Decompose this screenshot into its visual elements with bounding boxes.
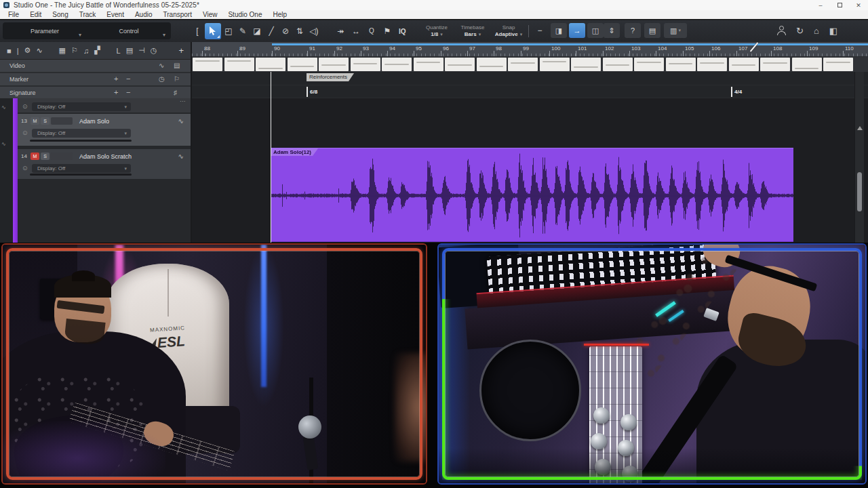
menu-transport[interactable]: Transport [158, 11, 197, 18]
marker-reinforcements[interactable]: Reinforcements [307, 73, 354, 81]
automation-slider[interactable] [30, 140, 132, 142]
quantize-button[interactable]: Q [365, 23, 378, 39]
display-dropdown[interactable]: Display: Off ▾ [32, 164, 131, 173]
video-window-button[interactable]: ▤ [644, 23, 660, 38]
notes-icon[interactable]: ♫ [83, 47, 89, 55]
seek-icon-button[interactable]: ↠ [334, 23, 347, 39]
power-icon[interactable]: ⊙ [22, 103, 28, 110]
tool-settings-icon[interactable]: ⚙ [24, 46, 31, 55]
automation-wave-icon[interactable]: ∿ [1, 104, 6, 110]
menu-help[interactable]: Help [267, 11, 292, 18]
track-row-adam-solo-scratch[interactable]: 14 M S Adam Solo Scratch ∿ ⊙ Display: Of… [18, 149, 191, 179]
bend-marker-button[interactable]: ⚑ [380, 23, 394, 39]
paint-tool-button[interactable]: ✎ [236, 23, 250, 39]
record-slot[interactable] [51, 117, 73, 125]
signature-6-8[interactable]: 6/8 [307, 87, 317, 97]
automation-icon[interactable]: ∿ [36, 46, 42, 55]
vertical-expand-button[interactable]: ⇕ [604, 23, 620, 38]
solo-button[interactable]: S [41, 152, 50, 160]
scroll-up-arrow-icon[interactable] [857, 126, 863, 130]
tempo-icon[interactable]: ◷ [151, 46, 157, 55]
menu-audio[interactable]: Audio [130, 11, 158, 18]
control-dropdown[interactable]: Control ▾ [87, 22, 171, 39]
clock-icon: ◷ [159, 75, 165, 83]
automation-wave-icon[interactable]: ∿ [1, 141, 6, 147]
display-dropdown[interactable]: Display: Off ▾ [32, 102, 131, 111]
record-slot[interactable] [51, 152, 73, 160]
solo-button[interactable]: S [41, 117, 50, 125]
add-marker-button[interactable]: + [114, 75, 118, 83]
bend-tool-button[interactable]: ⇅ [293, 23, 307, 39]
track-layers-button[interactable]: ◨ [551, 23, 567, 38]
minimize-button[interactable]: – [811, 0, 830, 10]
video-lane-header[interactable]: Video ∿ ▤ [0, 60, 191, 73]
bar-number: 90 [274, 45, 280, 52]
close-button[interactable]: ✕ [849, 0, 868, 10]
menu-file[interactable]: File [3, 11, 24, 18]
quantize-selector[interactable]: Quantize 1/8▾ [419, 22, 454, 40]
video-track-icon[interactable]: ▤ [126, 46, 133, 55]
marker-lane[interactable]: Reinforcements [192, 72, 868, 85]
menu-studio-one[interactable]: Studio One [222, 11, 267, 18]
menu-event[interactable]: Event [101, 11, 130, 18]
add-track-button[interactable]: + [178, 45, 184, 56]
mute-button[interactable]: M [31, 152, 39, 160]
mixer-button[interactable]: ▥ ▾ [664, 23, 687, 38]
remove-signature-button[interactable]: − [126, 88, 130, 96]
eraser-tool-button[interactable]: ◪ [250, 23, 264, 39]
signature-lane[interactable]: 6/8 4/4 [192, 85, 868, 98]
io-panel-icon[interactable]: ◧ [829, 26, 837, 36]
split-tool-button[interactable]: ╱ [264, 23, 278, 39]
timebase-selector[interactable]: Timebase Bars▾ [456, 22, 490, 40]
arrow-tool-button[interactable] [205, 23, 221, 39]
remove-marker-button[interactable]: − [126, 75, 130, 83]
power-icon[interactable]: ⊙ [22, 165, 28, 171]
mute-button[interactable]: M [31, 117, 39, 125]
playhead[interactable] [271, 72, 271, 243]
cable-icon[interactable]: ⊣ [138, 46, 145, 55]
timestretch-button[interactable]: ↔ [349, 23, 363, 39]
vertical-scrollbar[interactable] [854, 72, 864, 243]
sync-icon[interactable]: ↻ [796, 26, 804, 36]
signature-4-4[interactable]: 4/4 [731, 87, 742, 97]
add-signature-button[interactable]: + [114, 88, 118, 96]
track-row-partial[interactable]: ⋯ ⊙ Display: Off ▾ [18, 98, 191, 113]
ibeam-icon[interactable]: | [17, 47, 19, 55]
tuner-knob [593, 407, 610, 424]
autoscroll-button[interactable]: → [569, 23, 585, 38]
track-row-adam-solo[interactable]: 13 M S Adam Solo ∿ ⊙ Display: Off ▾ [18, 114, 191, 146]
bar-number: 101 [578, 45, 587, 52]
user-account-icon[interactable] [777, 26, 786, 35]
window-controls: – ✕ [811, 0, 868, 10]
toolbar-separator [528, 25, 529, 37]
marker-flag-icon[interactable]: ⚐ [71, 46, 78, 55]
menu-track[interactable]: Track [74, 11, 102, 18]
home-icon[interactable]: ⌂ [814, 26, 819, 36]
layer-icon[interactable]: L [117, 47, 121, 55]
snap-dash-button[interactable]: − [533, 22, 547, 39]
mute-tool-button[interactable]: ⊘ [279, 23, 292, 39]
power-icon[interactable]: ⊙ [22, 129, 28, 136]
scrollbar-thumb[interactable] [857, 172, 862, 211]
audio-region-adam-solo[interactable]: Adam Solo(12) [271, 148, 793, 242]
video-track-lane[interactable] [192, 57, 868, 72]
timeline-ruler[interactable]: 8889909192939495969798991001011021031041… [192, 42, 868, 57]
range-tool-button[interactable]: ◰ [222, 23, 235, 39]
snap-selector[interactable]: Snap Adaptive▾ [491, 22, 526, 40]
help-button[interactable]: ? [625, 23, 641, 38]
track-height-icon[interactable]: ■ [7, 47, 12, 55]
menu-song[interactable]: Song [47, 11, 73, 18]
pattern-icon[interactable]: ▞ [94, 46, 100, 55]
iq-button[interactable]: IQ [399, 22, 406, 40]
restore-button[interactable] [830, 0, 849, 10]
listen-tool-button[interactable]: ◁) [307, 23, 321, 39]
parameter-dropdown[interactable]: Parameter ▾ [3, 22, 87, 39]
display-dropdown[interactable]: Display: Off ▾ [32, 129, 131, 138]
automation-slider[interactable] [30, 174, 132, 176]
marker-lane-header[interactable]: Marker + − ◷ ⚐ [0, 73, 191, 86]
menu-edit[interactable]: Edit [24, 11, 47, 18]
split-view-button[interactable]: ◫ [587, 23, 604, 38]
video-frame-thumbnail [256, 58, 285, 71]
menu-view[interactable]: View [197, 11, 223, 18]
instrument-icon[interactable]: ▦ [59, 46, 66, 55]
